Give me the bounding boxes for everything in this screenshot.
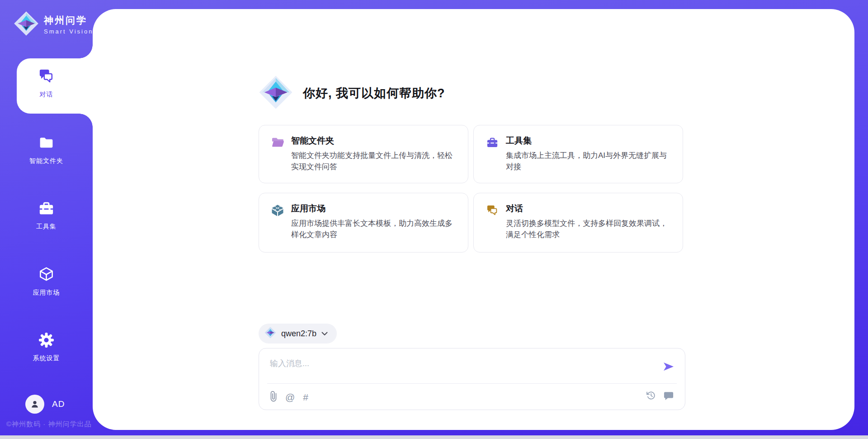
card-title: 对话: [506, 203, 672, 215]
brand-logo: 神州问学 Smart Vision: [14, 11, 93, 38]
sidebar-item-label: 智能文件夹: [29, 157, 63, 165]
greeting: 你好, 我可以如何帮助你?: [259, 75, 445, 111]
user-profile[interactable]: AD: [25, 395, 65, 414]
window-edge: [0, 435, 868, 439]
avatar: [25, 395, 44, 414]
card-chat[interactable]: 对话 灵活切换多模型文件，支持多样回复效果调试，满足个性化需求: [473, 193, 683, 253]
composer-divider: [267, 383, 677, 384]
sidebar-item-label: 应用市场: [33, 289, 60, 297]
cube-icon: [38, 266, 55, 285]
chat-bubble-icon[interactable]: [663, 391, 674, 402]
card-description: 集成市场上主流工具，助力AI与外界无缝扩展与对接: [506, 150, 672, 173]
folder-icon: [38, 134, 55, 153]
card-title: 智能文件夹: [291, 135, 457, 147]
chevron-down-icon: [321, 332, 328, 336]
attachment-icon[interactable]: [270, 391, 277, 404]
brand-diamond-icon: [14, 11, 39, 38]
assistant-diamond-icon: [259, 75, 293, 111]
message-input[interactable]: [269, 356, 653, 371]
model-name: qwen2:7b: [281, 329, 316, 339]
mention-icon[interactable]: @: [285, 392, 295, 403]
card-app-market[interactable]: 应用市场 应用市场提供丰富长文本模板，助力高效生成多样化文章内容: [259, 193, 468, 253]
brand-subtitle: Smart Vision: [44, 28, 93, 35]
card-toolset[interactable]: 工具集 集成市场上主流工具，助力AI与外界无缝扩展与对接: [473, 125, 683, 183]
main-panel: 你好, 我可以如何帮助你? 智能文件夹 智能文件夹功能支持批量文件上传与清洗，轻…: [93, 9, 854, 430]
sidebar-item-smart-folder[interactable]: 智能文件夹: [0, 134, 93, 165]
gear-icon: [38, 332, 55, 350]
sidebar-item-app-market[interactable]: 应用市场: [0, 266, 93, 297]
person-icon: [29, 399, 40, 410]
market-cube-icon: [271, 204, 284, 219]
card-smart-folder[interactable]: 智能文件夹 智能文件夹功能支持批量文件上传与清洗，轻松实现文件问答: [259, 125, 468, 183]
model-selector[interactable]: qwen2:7b: [259, 324, 337, 344]
toolbox-icon: [38, 200, 55, 219]
card-description: 智能文件夹功能支持批量文件上传与清洗，轻松实现文件问答: [291, 150, 457, 173]
history-icon[interactable]: [646, 391, 656, 402]
sidebar-item-label: 系统设置: [33, 354, 60, 363]
hashtag-icon[interactable]: #: [303, 392, 308, 403]
chat-icon: [486, 204, 499, 219]
app-background: 神州问学 Smart Vision 对话 智能文件夹: [0, 0, 868, 435]
card-description: 应用市场提供丰富长文本模板，助力高效生成多样化文章内容: [291, 218, 457, 241]
card-title: 应用市场: [291, 203, 457, 215]
sidebar-item-settings[interactable]: 系统设置: [0, 332, 93, 363]
user-initials: AD: [52, 399, 65, 409]
sidebar-item-label: 对话: [40, 91, 53, 99]
greeting-title: 你好, 我可以如何帮助你?: [303, 85, 445, 101]
folder-open-icon: [271, 136, 284, 150]
card-title: 工具集: [506, 135, 672, 147]
chat-icon: [38, 68, 55, 86]
copyright-text: ©神州数码 · 神州问学出品: [6, 420, 99, 429]
send-icon[interactable]: [662, 360, 675, 373]
model-diamond-icon: [264, 327, 276, 340]
sidebar-item-label: 工具集: [36, 223, 57, 231]
message-composer: @ #: [259, 348, 685, 410]
toolbox-icon: [486, 136, 499, 151]
sidebar-item-chat[interactable]: 对话: [0, 68, 93, 99]
card-description: 灵活切换多模型文件，支持多样回复效果调试，满足个性化需求: [506, 218, 672, 241]
brand-title: 神州问学: [44, 14, 93, 27]
sidebar-item-toolset[interactable]: 工具集: [0, 200, 93, 231]
